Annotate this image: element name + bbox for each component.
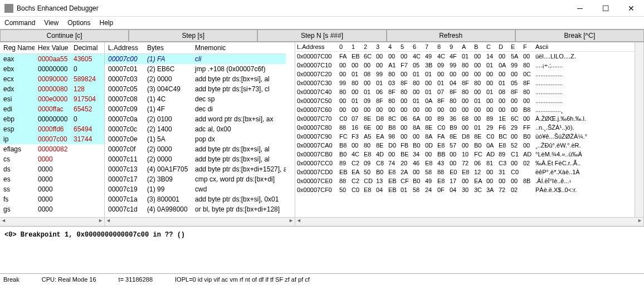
menu-help[interactable]: Help [100, 19, 114, 27]
mem-col[interactable]: F [521, 42, 534, 52]
mem-byte: 00 [460, 141, 472, 150]
mem-row[interactable]: 0x00007C3099800001038F800001048F80000105… [295, 78, 635, 87]
stepn-button[interactable]: Step N [s ###] [257, 30, 386, 42]
disasm-row[interactable]: 00007c0f(2) 0000add byte ptr ds:[bx+si],… [105, 144, 286, 154]
menu-command[interactable]: Command [4, 19, 35, 27]
mem-row[interactable]: 0x00007C1000000000A1F7053B09998000010A99… [295, 61, 635, 70]
reg-row-ip[interactable]: ip00007c0031744 [0, 134, 104, 144]
mem-row[interactable]: 0x00007C40800001068F800001078F800001088F… [295, 87, 635, 96]
reg-row-gs[interactable]: gs0000 [0, 204, 104, 214]
mem-hscroll[interactable] [295, 217, 643, 226]
mem-col[interactable]: 8 [436, 42, 448, 52]
reg-row-ss[interactable]: ss0000 [0, 184, 104, 194]
disasm-row[interactable]: 00007c0c(2) 1400adc al, 0x00 [105, 124, 286, 134]
disasm-row[interactable]: 00007c00(1) FAcli [105, 54, 286, 65]
reg-row-eflags[interactable]: eflags00000082 [0, 144, 104, 154]
mem-vscroll[interactable] [635, 42, 643, 217]
dis-addr: 00007c0f [105, 144, 144, 154]
mem-row[interactable]: 0x00007C8088166E00B8008A8EC0B9000129F629… [295, 123, 635, 132]
disasm-row[interactable]: 00007c0a(2) 0100add word ptr ds:[bx+si],… [105, 114, 286, 124]
menu-view[interactable]: View [44, 19, 58, 27]
mem-col[interactable]: C [485, 42, 497, 52]
mem-byte: 20 [399, 159, 411, 168]
dis-col-bytes[interactable]: Bytes [144, 42, 192, 54]
reg-row-esp[interactable]: esp0000ffd665494 [0, 124, 104, 134]
mem-col[interactable]: Ascii [534, 42, 635, 52]
mem-col[interactable]: 7 [423, 42, 436, 52]
disasm-row[interactable]: 00007c13(4) 00A1F705add byte ptr ds:[bx+… [105, 164, 286, 174]
mem-col[interactable]: A [460, 42, 472, 52]
disasm-row[interactable]: 00007c1a(3) 800001add byte ptr ds:[bx+si… [105, 194, 286, 204]
step-button[interactable]: Step [s] [129, 30, 257, 42]
mem-byte: 8F [436, 96, 448, 105]
mem-row[interactable]: 0x00007C60000000000000000000000000000000… [295, 105, 635, 114]
mem-col[interactable]: 4 [387, 42, 399, 52]
reg-row-edx[interactable]: edx00000080128 [0, 84, 104, 94]
mem-ascii: ................ [534, 78, 635, 87]
disasm-row[interactable]: 00007c05(3) 004C49add byte ptr ds:[si+73… [105, 84, 286, 94]
mem-row[interactable]: 0x00007CA0B800808ED0FBB00DE85700B00AE852… [295, 141, 635, 150]
reg-row-ds[interactable]: ds0000 [0, 164, 104, 174]
mem-col[interactable]: D [497, 42, 509, 52]
disasm-row[interactable]: 00007c19(1) 99cwd [105, 184, 286, 194]
reg-row-esi[interactable]: esi000e0000917504 [0, 94, 104, 104]
reg-row-ebp[interactable]: ebp000000000 [0, 114, 104, 124]
reg-col-name[interactable]: Reg Name [0, 42, 35, 54]
menu-options[interactable]: Options [67, 19, 90, 27]
refresh-button[interactable]: Refresh [387, 30, 515, 42]
maximize-button[interactable]: ☐ [593, 0, 618, 17]
mem-col[interactable]: E [509, 42, 521, 52]
minimize-button[interactable]: ─ [567, 0, 593, 17]
disasm-row[interactable]: 00007c03(2) 0000add byte ptr ds:[bx+si],… [105, 74, 286, 84]
reg-row-ebx[interactable]: ebx000000000 [0, 64, 104, 74]
mem-byte: FC [338, 132, 350, 141]
mem-col[interactable]: 5 [399, 42, 411, 52]
reg-col-hex[interactable]: Hex Value [35, 42, 70, 54]
mem-row[interactable]: 0x00007CE088C2CD13EBCFB049E81700EA000000… [295, 176, 635, 185]
mem-byte: E0 [448, 168, 460, 176]
disasm-row[interactable]: 00007c09(1) 4Fdec di [105, 104, 286, 114]
reg-row-fs[interactable]: fs0000 [0, 194, 104, 204]
disasm-row[interactable]: 00007c01(2) EB6Cjmp .+108 (0x00007c6f) [105, 64, 286, 74]
mem-row[interactable]: 0x00007CB0B04CE84D00BE3400BB0010FCAD89C1… [295, 150, 635, 159]
mem-row[interactable]: 0x00007C00FAEB6C0000004C494C4F010014005A… [295, 52, 635, 61]
disasm-row[interactable]: 00007c08(1) 4Cdec sp [105, 94, 286, 104]
mem-col[interactable]: 2 [362, 42, 374, 52]
dis-hscroll[interactable] [105, 217, 295, 226]
mem-row[interactable]: 0x00007CF050C0E804EB0158240F04303C3A7202… [295, 185, 635, 194]
disasm-row[interactable]: 00007c1d(4) 0A998000or bl, byte ptr ds:[… [105, 204, 286, 214]
disasm-row[interactable]: 00007c11(2) 0000add byte ptr ds:[bx+si],… [105, 154, 286, 164]
continue-button[interactable]: Continue [c] [0, 30, 129, 42]
mem-row[interactable]: 0x00007C500001098F8000010A8F800001000000… [295, 96, 635, 105]
mem-col[interactable]: 0 [338, 42, 350, 52]
mem-col[interactable]: 3 [374, 42, 387, 52]
reg-row-cs[interactable]: cs0000 [0, 154, 104, 164]
mem-row[interactable]: 0x00007CC089C209C8742046E84300720681C300… [295, 159, 635, 168]
dis-col-addr[interactable]: L.Address [105, 42, 144, 54]
mem-col[interactable]: L.Address [295, 42, 338, 52]
mem-row[interactable]: 0x00007CD0EBEA50B0E82A005888E0E8120031C0… [295, 168, 635, 176]
dis-col-mnem[interactable]: Mnemonic [192, 42, 286, 54]
close-button[interactable]: ✕ [618, 0, 644, 17]
mem-col[interactable]: B [472, 42, 485, 52]
mem-col[interactable]: 6 [411, 42, 423, 52]
reg-col-dec[interactable]: Decimal [70, 42, 104, 54]
mem-byte: 00 [338, 70, 350, 78]
mem-byte: BB [436, 150, 448, 159]
reg-row-es[interactable]: es0000 [0, 174, 104, 184]
mem-col[interactable]: 9 [448, 42, 460, 52]
mem-row[interactable]: 0x00007C70C0078ED88C066A0089366800891E6C… [295, 114, 635, 123]
mem-byte: 00 [485, 96, 497, 105]
disasm-row[interactable]: 00007c17(2) 3B09cmp cx, word ptr ds:[bx+… [105, 174, 286, 184]
reg-row-eax[interactable]: eax0000aa5543605 [0, 54, 104, 65]
regs-hscroll[interactable] [0, 217, 104, 226]
break-button[interactable]: Break [^C] [515, 30, 644, 42]
mem-row[interactable]: 0x00007C20000108998000010100000000000000… [295, 70, 635, 78]
reg-row-ecx[interactable]: ecx00090000589824 [0, 74, 104, 84]
reg-row-edi[interactable]: edi0000ffac65452 [0, 104, 104, 114]
mem-byte: 98 [387, 132, 399, 141]
mem-row[interactable]: 0x00007C90FCF3A5EA9800008AFA8ED88EC0BC00… [295, 132, 635, 141]
mem-col[interactable]: 1 [350, 42, 362, 52]
disasm-row[interactable]: 00007c0e(1) 5Apop dx [105, 134, 286, 144]
mem-byte: 89 [338, 159, 350, 168]
